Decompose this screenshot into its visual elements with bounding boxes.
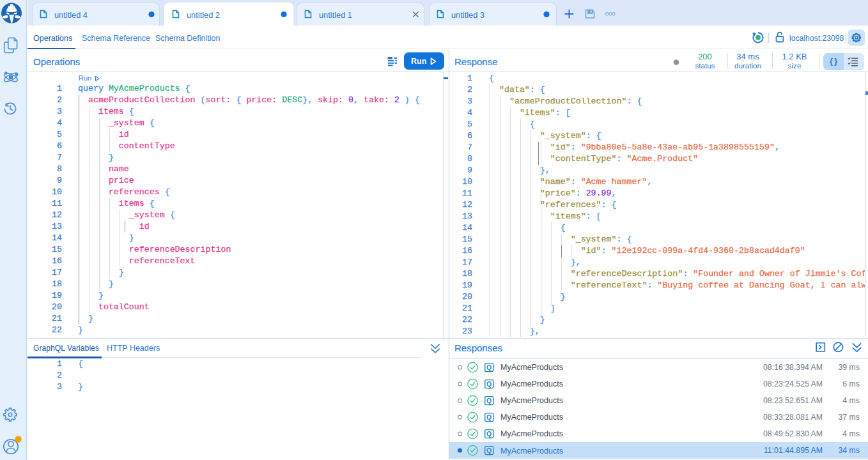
svg-text:Q: Q: [486, 380, 492, 388]
svg-text:Q: Q: [486, 430, 492, 438]
svg-text:Q: Q: [486, 413, 492, 421]
svg-text:Q: Q: [486, 397, 492, 404]
svg-text:Q: Q: [486, 364, 492, 371]
svg-text:Q: Q: [486, 447, 492, 454]
